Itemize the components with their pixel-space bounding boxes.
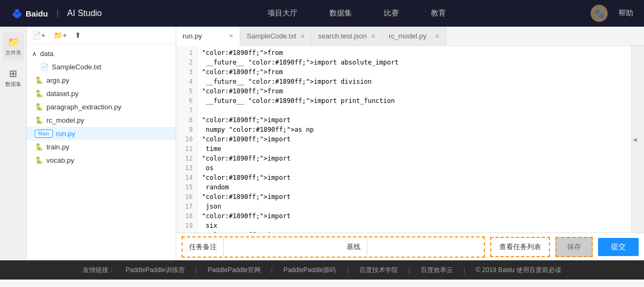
new-folder-icon[interactable]: 📁+ (53, 31, 67, 39)
top-navigation: Baidu | AI Studio 项目大厅 数据集 比赛 教育 🐾 帮助 (0, 0, 644, 27)
chevron-icon: ∧ (32, 50, 37, 58)
file-name: SampleCode.txt (52, 63, 101, 71)
file-toolbar: 📄+ 📁+ ⬆ (27, 27, 176, 44)
tab-close-search-test[interactable]: × (371, 32, 375, 41)
file-icon: 🐍 (35, 116, 43, 124)
tab-label: search.test.json (318, 32, 367, 40)
footer-copyright: © 2019 Baidu 使用百度前必读 (476, 266, 561, 275)
editor-area: run.py × SampleCode.txt × search.test.js… (176, 27, 644, 260)
footer: 友情链接： PaddlePaddle训练营 | PaddlePaddle官网 |… (0, 260, 644, 280)
baidu-text: Baidu (26, 9, 48, 18)
brand-text: AI Studio (67, 9, 102, 18)
footer-link-efficiency[interactable]: 百度效率云 (421, 266, 453, 275)
nav-right: 🐾 帮助 (591, 5, 633, 22)
folder-icon: 📁 (7, 36, 19, 48)
badge-main: Main (35, 130, 53, 138)
nav-link-projects[interactable]: 项目大厅 (268, 9, 297, 18)
scrollbar[interactable] (638, 46, 644, 233)
tabs-bar: run.py × SampleCode.txt × search.test.js… (176, 27, 644, 46)
list-item[interactable]: 🐍 paragraph_extraction.py (27, 100, 176, 114)
nav-links: 项目大厅 数据集 比赛 教育 (123, 9, 591, 18)
sidebar-item-datasets[interactable]: ⊞ 数据集 (3, 63, 24, 92)
footer-link-source[interactable]: PaddlePaddle源码 (284, 266, 336, 275)
list-item[interactable]: 🐍 vocab.py (27, 154, 176, 167)
collapse-handle[interactable]: ◀ (631, 46, 638, 233)
baidu-logo-icon (11, 7, 23, 20)
svg-point-0 (15, 9, 19, 13)
task-bar: 任务备注 基线 查看任务列表 保存 提交 (176, 233, 644, 260)
tab-run-py[interactable]: run.py × (176, 27, 240, 46)
baseline-label: 基线 (340, 237, 367, 257)
file-name: paragraph_extraction.py (46, 103, 121, 111)
file-name: args.py (46, 76, 69, 84)
folder-name: data (40, 50, 53, 58)
file-name: rc_model.py (46, 116, 84, 124)
file-panel: 📄+ 📁+ ⬆ ∧ data 📄 SampleCode.txt 🐍 args.p… (27, 27, 176, 260)
file-list: ∧ data 📄 SampleCode.txt 🐍 args.py 🐍 data… (27, 44, 176, 260)
footer-link-academy[interactable]: 百度技术学院 (359, 266, 398, 275)
baseline-input[interactable] (367, 237, 484, 257)
tab-close-rc-model[interactable]: × (435, 32, 439, 41)
list-item-run-py[interactable]: Main run.py (27, 127, 176, 140)
nav-link-education[interactable]: 教育 (431, 9, 446, 18)
view-tasks-button[interactable]: 查看任务列表 (490, 237, 550, 257)
code-editor: 123456789101112131415161718192021222324 … (176, 46, 644, 233)
task-right-area: 查看任务列表 保存 提交 (490, 237, 639, 257)
line-numbers: 123456789101112131415161718192021222324 (176, 46, 198, 233)
tab-label: rc_model.py (389, 32, 427, 40)
file-name: vocab.py (46, 156, 74, 164)
list-item[interactable]: 🐍 args.py (27, 74, 176, 87)
task-label: 任务备注 (183, 237, 224, 257)
tab-search-test[interactable]: search.test.json × (312, 27, 382, 45)
task-input-area: 任务备注 基线 (182, 236, 485, 258)
list-item[interactable]: 🐍 rc_model.py (27, 114, 176, 127)
footer-link-official[interactable]: PaddlePaddle官网 (208, 266, 261, 275)
file-icon: 🐍 (35, 103, 43, 111)
logo-area: Baidu | AI Studio (11, 7, 102, 20)
file-icon: 🐍 (35, 156, 43, 164)
grid-icon: ⊞ (9, 68, 17, 79)
tab-samplecode[interactable]: SampleCode.txt × (240, 27, 312, 45)
nav-divider: | (57, 9, 59, 18)
tab-label: SampleCode.txt (247, 32, 296, 40)
tab-rc-model[interactable]: rc_model.py × (382, 27, 446, 45)
save-button[interactable]: 保存 (555, 237, 593, 257)
code-content[interactable]: "color:#1890ff;">from __future__ "color:… (198, 46, 631, 233)
svg-point-3 (14, 14, 20, 18)
footer-link-training[interactable]: PaddlePaddle训练营 (125, 266, 185, 275)
avatar[interactable]: 🐾 (591, 5, 608, 22)
list-item[interactable]: 🐍 dataset.py (27, 87, 176, 100)
sidebar-icons: 📁 文件夹 ⊞ 数据集 (0, 27, 27, 260)
sidebar-files-label: 文件夹 (5, 49, 21, 57)
sidebar-datasets-label: 数据集 (5, 81, 21, 88)
file-name: dataset.py (46, 90, 78, 98)
help-link[interactable]: 帮助 (618, 9, 633, 18)
file-icon: 🐍 (35, 143, 43, 151)
file-name-active: run.py (56, 130, 75, 138)
tab-label: run.py (183, 32, 202, 40)
footer-prefix: 友情链接： (83, 266, 115, 275)
tab-close-samplecode[interactable]: × (301, 32, 305, 41)
file-icon: 📄 (40, 63, 49, 71)
submit-button[interactable]: 提交 (598, 238, 639, 256)
folder-data[interactable]: ∧ data (27, 47, 176, 60)
nav-link-competition[interactable]: 比赛 (384, 9, 399, 18)
tab-close-run-py[interactable]: × (229, 31, 233, 40)
main-container: 📁 文件夹 ⊞ 数据集 📄+ 📁+ ⬆ ∧ data 📄 SampleCode.… (0, 27, 644, 260)
file-name: train.py (46, 143, 69, 151)
file-icon: 🐍 (35, 76, 43, 84)
task-note-input[interactable] (224, 237, 340, 257)
upload-icon[interactable]: ⬆ (75, 31, 81, 39)
nav-link-datasets[interactable]: 数据集 (329, 9, 352, 18)
file-icon: 🐍 (35, 90, 43, 98)
sidebar-item-files[interactable]: 📁 文件夹 (3, 32, 24, 61)
list-item[interactable]: 📄 SampleCode.txt (27, 60, 176, 74)
new-file-icon[interactable]: 📄+ (32, 31, 45, 39)
list-item[interactable]: 🐍 train.py (27, 140, 176, 154)
